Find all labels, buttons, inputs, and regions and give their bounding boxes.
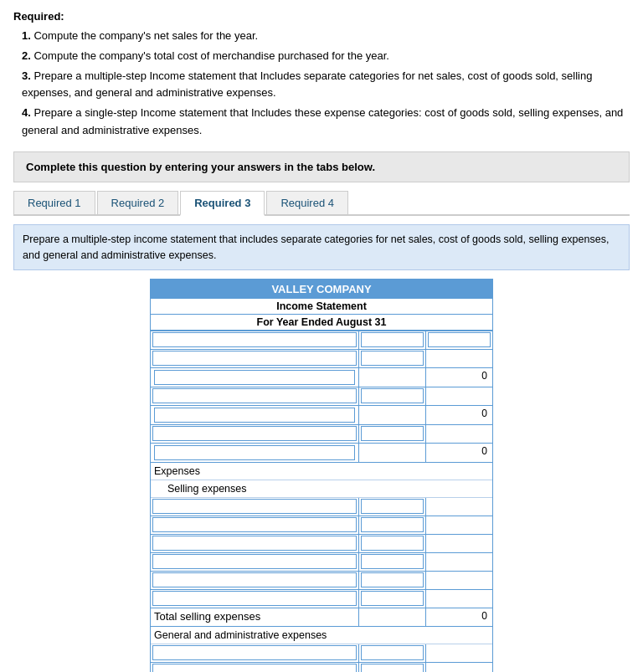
- label-input-6[interactable]: [151, 425, 358, 443]
- sell-input-label-6[interactable]: [152, 591, 357, 606]
- input-label-6[interactable]: [152, 426, 357, 441]
- sell-input-col1-2[interactable]: [361, 517, 424, 532]
- gen-input-label-1[interactable]: [152, 645, 357, 660]
- sell-label-1[interactable]: [151, 498, 358, 516]
- income-statement: VALLEY COMPANY Income Statement For Year…: [150, 279, 493, 672]
- sell-input-col1-3[interactable]: [361, 536, 424, 551]
- sell-col2-3: [425, 535, 492, 552]
- sell-label-6[interactable]: [151, 590, 358, 608]
- sell-col1-3[interactable]: [358, 535, 425, 552]
- gen-col2-1: [425, 644, 492, 662]
- sell-label-4[interactable]: [151, 553, 358, 571]
- sell-col2-5: [425, 572, 492, 589]
- tab-description: Prepare a multiple-step income statement…: [13, 224, 630, 271]
- sell-col2-6: [425, 590, 492, 608]
- label-5[interactable]: [151, 406, 358, 424]
- label-input-1[interactable]: [151, 331, 358, 349]
- sell-row-5: [151, 572, 492, 590]
- sell-row-1: [151, 498, 492, 516]
- sell-col2-4: [425, 553, 492, 571]
- gen-col1-2[interactable]: [358, 663, 425, 672]
- sell-input-label-1[interactable]: [152, 499, 357, 514]
- gen-col1-1[interactable]: [358, 644, 425, 662]
- gen-admin-label: General and administrative expenses: [151, 627, 492, 644]
- gen-col2-2: [425, 663, 492, 672]
- row-1: [151, 331, 492, 350]
- tab-required1[interactable]: Required 1: [13, 191, 95, 214]
- label-input-4[interactable]: [151, 387, 358, 405]
- col2-7: 0: [425, 444, 492, 462]
- sell-input-col1-1[interactable]: [361, 499, 424, 514]
- input-col1-1[interactable]: [361, 332, 424, 347]
- input-col1-6[interactable]: [361, 426, 424, 441]
- input-col2-1[interactable]: [428, 332, 491, 347]
- sell-input-label-5[interactable]: [152, 572, 357, 587]
- sell-input-col1-6[interactable]: [361, 591, 424, 606]
- gen-label-1[interactable]: [151, 644, 358, 662]
- sell-input-label-4[interactable]: [152, 554, 357, 569]
- statement-company: VALLEY COMPANY: [151, 280, 492, 299]
- label-7[interactable]: [151, 444, 358, 462]
- col1-4[interactable]: [358, 387, 425, 405]
- sell-col1-5[interactable]: [358, 572, 425, 589]
- tab-required2[interactable]: Required 2: [97, 191, 179, 214]
- sell-label-5[interactable]: [151, 572, 358, 589]
- total-selling-row: Total selling expenses 0: [151, 608, 492, 627]
- gen-input-col1-1[interactable]: [361, 645, 424, 660]
- input-label-3[interactable]: [154, 370, 355, 385]
- sell-input-col1-4[interactable]: [361, 554, 424, 569]
- row-3: 0: [151, 368, 492, 387]
- sell-col1-6[interactable]: [358, 590, 425, 608]
- tabs-row: Required 1 Required 2 Required 3 Require…: [13, 191, 630, 216]
- col1-1[interactable]: [358, 331, 425, 349]
- label-3[interactable]: [151, 368, 358, 387]
- row-4: [151, 387, 492, 406]
- input-label-1[interactable]: [152, 332, 357, 347]
- tab-required4[interactable]: Required 4: [266, 191, 348, 214]
- col1-6[interactable]: [358, 425, 425, 443]
- sell-row-4: [151, 553, 492, 572]
- tab-required3[interactable]: Required 3: [180, 191, 265, 216]
- statement-title: Income Statement: [151, 299, 492, 315]
- gen-input-col1-2[interactable]: [361, 664, 424, 672]
- sell-input-col1-5[interactable]: [361, 572, 424, 587]
- col2-6: [425, 425, 492, 443]
- sell-label-3[interactable]: [151, 535, 358, 552]
- row-5: 0: [151, 406, 492, 425]
- required-item-2: 2. Compute the company's total cost of m…: [22, 48, 630, 65]
- sell-col2-1: [425, 498, 492, 516]
- sell-input-label-2[interactable]: [152, 517, 357, 532]
- sell-label-2[interactable]: [151, 516, 358, 534]
- sell-col2-2: [425, 516, 492, 534]
- col1-7: [358, 444, 425, 462]
- col2-4: [425, 387, 492, 405]
- row-6: [151, 425, 492, 444]
- sell-row-6: [151, 590, 492, 608]
- sell-col1-1[interactable]: [358, 498, 425, 516]
- gen-input-label-2[interactable]: [152, 664, 357, 672]
- col1-2[interactable]: [358, 350, 425, 367]
- input-col1-4[interactable]: [361, 388, 424, 403]
- col2-3: 0: [425, 368, 492, 387]
- col2-2: [425, 350, 492, 367]
- required-item-4: 4. Prepare a single-step Income statemen…: [22, 105, 630, 140]
- statement-period: For Year Ended August 31: [151, 315, 492, 331]
- sell-col1-4[interactable]: [358, 553, 425, 571]
- sell-row-2: [151, 516, 492, 535]
- input-label-5[interactable]: [154, 408, 355, 423]
- label-input-2[interactable]: [151, 350, 358, 367]
- input-label-7[interactable]: [154, 445, 355, 460]
- gen-label-2[interactable]: [151, 663, 358, 672]
- input-col1-2[interactable]: [361, 351, 424, 366]
- row-2: [151, 350, 492, 368]
- selling-expenses-label: Selling expenses: [151, 480, 492, 498]
- total-selling-label: Total selling expenses: [151, 608, 358, 626]
- input-label-2[interactable]: [152, 351, 357, 366]
- required-list: 1. Compute the company's net sales for t…: [22, 28, 630, 140]
- sell-input-label-3[interactable]: [152, 536, 357, 551]
- col2-1[interactable]: [425, 331, 492, 349]
- row-7: 0: [151, 444, 492, 463]
- input-label-4[interactable]: [152, 388, 357, 403]
- gen-row-2: [151, 663, 492, 672]
- sell-col1-2[interactable]: [358, 516, 425, 534]
